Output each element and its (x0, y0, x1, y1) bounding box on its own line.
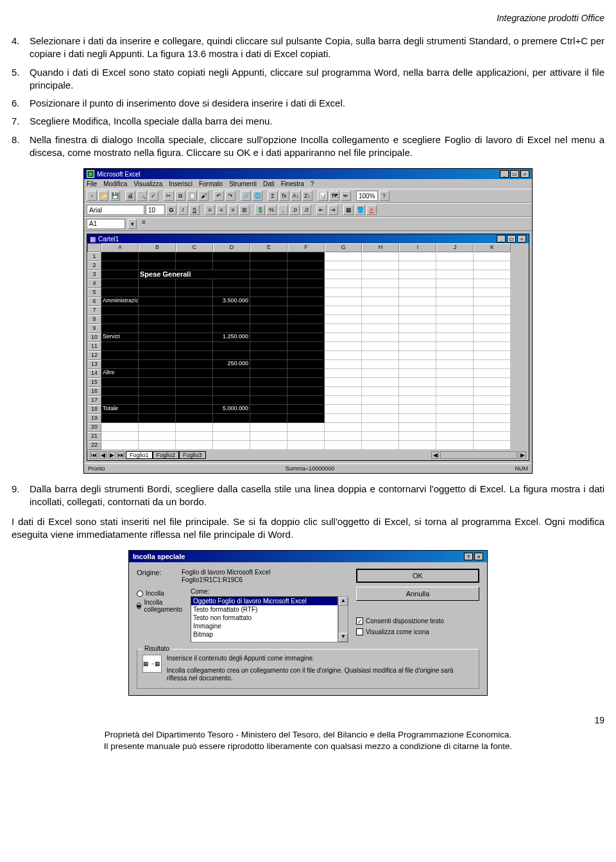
cell[interactable]: 5.000.000 (213, 405, 250, 414)
minimize-icon[interactable]: _ (500, 170, 509, 178)
cell[interactable] (399, 279, 436, 288)
zoom-combo[interactable]: 100% (356, 191, 378, 201)
row-header[interactable]: 9 (87, 324, 101, 333)
cell[interactable] (436, 396, 474, 405)
cell[interactable] (139, 252, 176, 261)
cell[interactable] (287, 369, 325, 378)
cell[interactable] (474, 360, 511, 369)
fx-icon[interactable]: fx (279, 191, 289, 201)
new-icon[interactable]: ▫ (87, 191, 97, 201)
cell[interactable] (474, 414, 511, 423)
cell[interactable] (399, 360, 436, 369)
cell[interactable] (436, 261, 474, 270)
cell[interactable] (325, 297, 362, 306)
drawing-icon[interactable]: ✏ (341, 191, 351, 201)
cell[interactable] (287, 324, 325, 333)
cell[interactable] (436, 423, 474, 432)
cell[interactable] (250, 252, 287, 261)
row-header[interactable]: 11 (87, 342, 101, 351)
chart-icon[interactable]: 📊 (318, 191, 328, 201)
cell[interactable] (176, 252, 213, 261)
row-header[interactable]: 12 (87, 351, 101, 360)
cell[interactable]: 250.000 (213, 360, 250, 369)
cell[interactable]: Amministrazione (101, 297, 139, 306)
cell[interactable] (250, 288, 287, 297)
cell[interactable] (250, 315, 287, 324)
menu-formato[interactable]: Formato (199, 180, 223, 187)
cell[interactable] (436, 297, 474, 306)
paste-icon[interactable]: 📋 (187, 191, 197, 201)
cell[interactable] (139, 432, 176, 441)
col-header[interactable]: E (250, 243, 287, 252)
cell[interactable] (250, 342, 287, 351)
percent-icon[interactable]: % (266, 205, 277, 215)
cell[interactable] (399, 414, 436, 423)
cell[interactable] (399, 342, 436, 351)
excel-toolbar-standard[interactable]: ▫ 📂 💾 🖨 🔍 ✓ ✂ ⧉ 📋 🖌 ↶ ↷ 🔗 🌐 Σ fx A↓ Z↓ 📊 (84, 189, 532, 203)
cell[interactable] (436, 432, 474, 441)
cell[interactable] (213, 387, 250, 396)
tab-next-icon[interactable]: ▶ (108, 451, 116, 459)
cell[interactable] (213, 396, 250, 405)
cell[interactable] (362, 351, 399, 360)
cell[interactable] (436, 369, 474, 378)
col-header[interactable]: B (139, 243, 176, 252)
cell[interactable] (139, 306, 176, 315)
cell[interactable] (399, 396, 436, 405)
cell[interactable]: Servizi (101, 333, 139, 342)
row-header[interactable]: 20 (87, 423, 101, 432)
name-dropdown-icon[interactable]: ▾ (128, 219, 137, 229)
cell[interactable] (325, 279, 362, 288)
align-left-icon[interactable]: ≡ (205, 205, 215, 215)
cell[interactable] (436, 405, 474, 414)
cell[interactable] (139, 405, 176, 414)
cell[interactable] (213, 306, 250, 315)
underline-icon[interactable]: S (189, 205, 200, 215)
cell[interactable] (287, 261, 325, 270)
col-header[interactable]: I (399, 243, 436, 252)
cell[interactable] (399, 288, 436, 297)
col-header[interactable]: F (287, 243, 325, 252)
cell[interactable] (250, 378, 287, 387)
cell[interactable] (176, 360, 213, 369)
italic-icon[interactable]: I (178, 205, 188, 215)
cell[interactable] (474, 333, 511, 342)
wb-maximize-icon[interactable]: ▭ (507, 235, 516, 243)
cell[interactable] (325, 288, 362, 297)
cell[interactable] (139, 423, 176, 432)
web-icon[interactable]: 🌐 (252, 191, 262, 201)
cell[interactable] (139, 333, 176, 342)
cell[interactable] (176, 441, 213, 450)
cell[interactable] (176, 414, 213, 423)
cell[interactable] (399, 378, 436, 387)
cell[interactable] (101, 414, 139, 423)
row-header[interactable]: 15 (87, 378, 101, 387)
cell[interactable] (474, 405, 511, 414)
map-icon[interactable]: 🗺 (329, 191, 339, 201)
cell[interactable] (362, 324, 399, 333)
cell[interactable] (325, 369, 362, 378)
row-header[interactable]: 8 (87, 315, 101, 324)
cell[interactable] (139, 315, 176, 324)
cell[interactable] (399, 387, 436, 396)
cell[interactable] (250, 360, 287, 369)
list-option[interactable]: Immagine (191, 622, 338, 630)
cell[interactable] (436, 342, 474, 351)
cell[interactable] (101, 342, 139, 351)
cell[interactable] (139, 351, 176, 360)
cell[interactable] (399, 315, 436, 324)
ok-button[interactable]: OK (356, 569, 479, 583)
cell[interactable] (287, 378, 325, 387)
cell[interactable] (474, 432, 511, 441)
cell[interactable] (213, 288, 250, 297)
cell[interactable] (176, 396, 213, 405)
cell[interactable] (325, 378, 362, 387)
inc-decimal-icon[interactable]: .0 (289, 205, 300, 215)
cell[interactable] (250, 396, 287, 405)
cell[interactable] (362, 333, 399, 342)
cell[interactable] (362, 315, 399, 324)
cell[interactable] (250, 405, 287, 414)
cell[interactable] (250, 432, 287, 441)
cell[interactable] (474, 441, 511, 450)
cell[interactable] (250, 333, 287, 342)
